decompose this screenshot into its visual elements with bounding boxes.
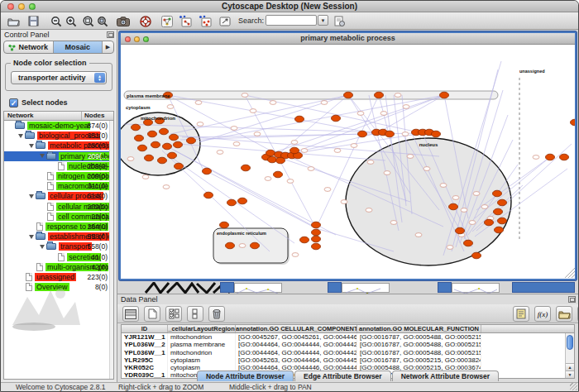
network-node[interactable]	[268, 156, 277, 163]
help-ring-icon[interactable]	[138, 14, 153, 28]
tree-scrollbar[interactable]	[109, 121, 113, 379]
table-column-header[interactable]: _cellularLayoutRegion	[168, 325, 236, 332]
zoom-out-icon[interactable]	[49, 14, 64, 28]
network-node-unselected[interactable]	[341, 200, 347, 204]
table-row[interactable]: YPL036W__1mitochondrion[GO:0044464, GO:0…	[122, 349, 574, 356]
network-node[interactable]	[290, 147, 299, 154]
network-node[interactable]	[276, 157, 285, 164]
network-node[interactable]	[135, 135, 144, 141]
network-node-unselected[interactable]	[440, 184, 447, 188]
network-node-unselected[interactable]	[402, 132, 409, 136]
tree-row[interactable]: unassigned223(0)	[4, 272, 109, 282]
search-dropdown-icon[interactable]: ▼	[318, 15, 328, 26]
network-node[interactable]	[456, 227, 465, 234]
network-node-unselected[interactable]	[142, 175, 149, 179]
hide-selection-icon[interactable]	[178, 14, 193, 28]
network-node[interactable]	[168, 152, 177, 159]
network-node-unselected[interactable]	[308, 167, 314, 171]
frame-resize-grip[interactable]	[565, 268, 575, 278]
save-session-icon[interactable]	[26, 14, 41, 28]
tab-network[interactable]: Network	[4, 41, 54, 53]
tab-node-attribute-browser[interactable]: Node Attribute Browser	[197, 370, 294, 381]
network-node-unselected[interactable]	[403, 105, 409, 109]
network-view-icon[interactable]	[160, 14, 175, 28]
network-node-unselected[interactable]	[415, 233, 422, 237]
attribute-list-icon[interactable]	[122, 306, 139, 322]
tree-row[interactable]: mosaic-demo-yeast874(0)	[4, 121, 109, 131]
background-frame-thumb[interactable]	[342, 283, 390, 293]
network-node-unselected[interactable]	[254, 132, 261, 136]
network-node-unselected[interactable]	[380, 112, 387, 116]
zoom-selected-icon[interactable]	[95, 14, 110, 28]
network-node-unselected[interactable]	[127, 157, 134, 161]
network-node-unselected[interactable]	[407, 155, 414, 159]
network-node[interactable]	[432, 131, 441, 137]
float-panel-icon[interactable]	[107, 31, 114, 38]
network-node-unselected[interactable]	[321, 101, 328, 105]
new-attribute-icon[interactable]	[144, 306, 160, 322]
network-node-unselected[interactable]	[357, 112, 364, 116]
network-node-unselected[interactable]	[481, 205, 488, 209]
network-node[interactable]	[494, 208, 503, 215]
network-node[interactable]	[170, 134, 179, 141]
background-frame-thumb[interactable]	[234, 283, 282, 293]
network-node[interactable]	[274, 171, 283, 178]
table-column-header[interactable]: annotation.GO MOLECULAR_FUNCTION	[357, 325, 481, 332]
tree-row[interactable]: establishment of lo558(0)	[4, 232, 109, 241]
network-node[interactable]	[498, 199, 507, 206]
tree-row[interactable]: nitrogen compo209(0)	[4, 171, 109, 181]
network-node-unselected[interactable]	[461, 208, 467, 213]
network-node-unselected[interactable]	[324, 188, 331, 192]
network-node[interactable]	[344, 92, 353, 98]
network-node-unselected[interactable]	[217, 151, 223, 155]
node-color-dropdown[interactable]: transporter activity ▲▼	[11, 71, 107, 84]
network-node[interactable]	[175, 163, 184, 170]
network-node[interactable]	[238, 198, 247, 204]
tab-edge-attribute-browser[interactable]: Edge Attribute Browser	[294, 370, 391, 381]
network-node-unselected[interactable]	[239, 244, 246, 248]
resize-grip[interactable]	[570, 383, 577, 390]
network-node-unselected[interactable]	[231, 127, 237, 131]
tree-column-nodes[interactable]: Nodes	[82, 112, 113, 120]
tree-row[interactable]: macromolecule311(0)	[4, 181, 109, 191]
network-node-unselected[interactable]	[265, 177, 271, 181]
network-node-unselected[interactable]	[233, 142, 240, 146]
network-node[interactable]	[449, 203, 458, 210]
network-node[interactable]	[493, 190, 502, 197]
scroll-up-icon[interactable]: ▲	[566, 363, 574, 370]
network-node[interactable]	[571, 119, 576, 126]
network-node-unselected[interactable]	[163, 185, 170, 189]
tab-mosaic[interactable]: Mosaic	[54, 41, 103, 53]
expand-triangle-icon[interactable]	[29, 194, 34, 198]
tree-row[interactable]: nucleobase-209(0)	[4, 161, 109, 171]
tree-row[interactable]: metabolic process280(0)	[4, 141, 109, 151]
open-session-icon[interactable]	[6, 14, 21, 28]
network-node-unselected[interactable]	[301, 149, 308, 153]
network-node-unselected[interactable]	[447, 246, 453, 250]
network-node[interactable]	[148, 131, 157, 137]
network-node[interactable]	[472, 252, 481, 259]
tree-row[interactable]: biological_process651(0)	[4, 131, 109, 141]
network-node[interactable]	[138, 145, 147, 151]
network-node[interactable]	[266, 150, 275, 156]
network-node[interactable]	[385, 131, 395, 137]
network-node[interactable]	[546, 154, 555, 160]
tree-row[interactable]: cell communicat22(0)	[4, 212, 109, 222]
network-node[interactable]	[158, 157, 167, 164]
network-node-unselected[interactable]	[270, 101, 276, 105]
network-node-unselected[interactable]	[250, 109, 256, 113]
tree-row[interactable]: multi-organism pro42(0)	[4, 262, 109, 272]
show-selection-icon[interactable]	[198, 14, 213, 28]
search-input[interactable]	[266, 15, 317, 26]
network-node[interactable]	[251, 242, 260, 249]
network-node[interactable]	[226, 242, 235, 249]
network-node[interactable]	[464, 240, 473, 246]
select-attributes-icon[interactable]	[165, 306, 182, 322]
network-canvas[interactable]: plasma membranecytoplasmmitochondrionnuc…	[121, 45, 575, 279]
network-node[interactable]	[312, 222, 321, 228]
expand-triangle-icon[interactable]	[40, 245, 45, 249]
network-node-unselected[interactable]	[287, 179, 294, 184]
network-node-unselected[interactable]	[473, 192, 480, 196]
network-node[interactable]	[187, 137, 196, 144]
formula-icon[interactable]: f(x)	[534, 306, 551, 322]
